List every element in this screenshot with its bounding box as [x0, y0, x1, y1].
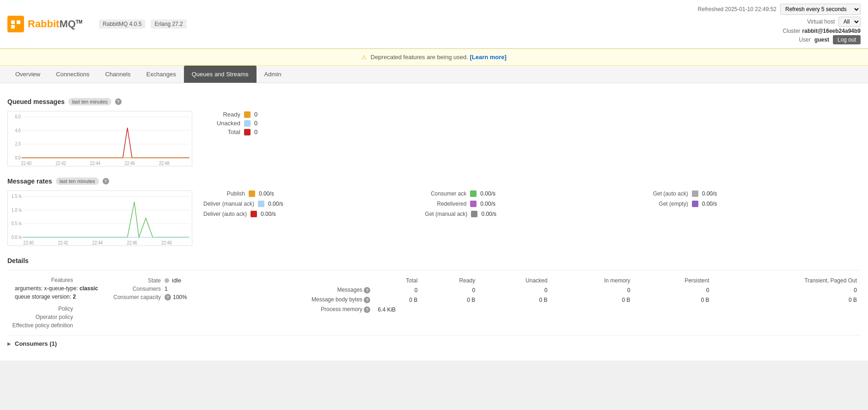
svg-text:4.0: 4.0: [15, 128, 21, 133]
message-rates-stats: Publish 0.00/s Deliver (manual ack) 0.00…: [203, 190, 861, 246]
process-memory-help[interactable]: ?: [364, 306, 370, 313]
svg-rect-0: [11, 20, 15, 24]
rabbitmq-version: RabbitMQ 4.0.5: [99, 19, 145, 29]
accordion-arrow-icon: ▶: [7, 341, 11, 346]
cluster-row: Cluster rabbit@16eeb24a94b9: [698, 28, 861, 34]
body-bytes-unacked: 0 B: [479, 295, 551, 305]
body-bytes-persistent: 0 B: [634, 295, 713, 305]
nav-overview[interactable]: Overview: [7, 66, 48, 83]
body-bytes-help[interactable]: ?: [364, 297, 370, 303]
header: RabbitRabbitMQMQTM RabbitMQ 4.0.5 Erlang…: [0, 0, 868, 49]
consumers-accordion[interactable]: ▶ Consumers (1): [7, 335, 861, 352]
process-memory-label: Process memory ?: [211, 305, 374, 314]
get-empty-color: [692, 201, 698, 207]
unacked-label: Unacked: [203, 120, 240, 127]
queued-messages-help[interactable]: ?: [115, 98, 122, 105]
features-storage: queue storage version: 2: [15, 294, 76, 300]
queued-messages-time-badge[interactable]: last ten minutes: [68, 98, 111, 105]
details-content: Features arguments: x-queue-type: classi…: [7, 270, 861, 330]
svg-text:22:46: 22:46: [127, 240, 137, 245]
get-auto-value: 0.00/s: [702, 190, 725, 197]
rates-col-2: Consumer ack 0.00/s Redelivered 0.00/s G…: [425, 190, 639, 217]
refresh-select[interactable]: Refresh every 5 seconds Refresh every 10…: [780, 4, 861, 15]
consumers-value: 1: [165, 286, 168, 292]
svg-text:22:44: 22:44: [92, 240, 103, 245]
consumer-capacity-help[interactable]: ?: [165, 294, 171, 300]
svg-text:1.5 /s: 1.5 /s: [12, 194, 22, 199]
get-empty-value: 0.00/s: [702, 201, 725, 207]
stats-col-ready: Ready: [421, 276, 479, 285]
svg-text:22:42: 22:42: [58, 240, 68, 245]
header-right: Refreshed 2025-01-10 22:49:52 Refresh ev…: [698, 4, 861, 44]
message-rates-help[interactable]: ?: [103, 178, 109, 184]
message-rates-title: Message rates: [7, 177, 52, 185]
refresh-row: Refreshed 2025-01-10 22:49:52 Refresh ev…: [698, 4, 861, 15]
consumer-ack-color: [470, 190, 477, 197]
vhost-label: Virtual host: [807, 18, 835, 25]
features-arguments: arguments: x-queue-type: classic: [15, 285, 98, 292]
vhost-select[interactable]: All /: [838, 17, 861, 27]
messages-row: Messages ? 0 0 0 0 0 0: [211, 285, 861, 295]
warning-text: Deprecated features are being used.: [371, 54, 468, 61]
user-label: User: [799, 37, 811, 43]
messages-ready: 0: [421, 285, 479, 295]
consumers-accordion-title: Consumers (1): [15, 340, 57, 347]
nav-admin[interactable]: Admin: [257, 66, 289, 83]
nav-exchanges[interactable]: Exchanges: [138, 66, 183, 83]
ready-value: 0: [254, 111, 257, 118]
policy-label: Policy: [7, 306, 77, 312]
cluster-value: rabbit@16eeb24a94b9: [802, 28, 861, 34]
main-content: Queued messages last ten minutes ? 6.0 4…: [0, 83, 868, 361]
state-text: idle: [172, 277, 181, 284]
state-row: State idle: [100, 276, 211, 285]
consumer-capacity-value: 100%: [173, 294, 187, 300]
total-color: [244, 129, 251, 135]
features-value-row: arguments: x-queue-type: classic queue s…: [7, 284, 100, 301]
nav-queues-streams[interactable]: Queues and Streams: [184, 66, 257, 83]
messages-help[interactable]: ?: [364, 287, 370, 294]
rate-get-empty: Get (empty) 0.00/s: [647, 201, 861, 207]
stats-col-in-memory: In memory: [551, 276, 634, 285]
rate-get-manual: Get (manual ack) 0.00/s: [425, 211, 639, 217]
queued-messages-stats: Ready 0 Unacked 0 Total 0: [203, 111, 861, 166]
queued-messages-title: Queued messages: [7, 98, 65, 105]
consumer-capacity-row: Consumer capacity ? 100%: [100, 293, 211, 301]
svg-rect-2: [11, 25, 15, 29]
svg-text:0.0: 0.0: [15, 155, 21, 160]
rate-deliver-manual: Deliver (manual ack) 0.00/s: [203, 201, 417, 207]
svg-text:1.0 /s: 1.0 /s: [12, 207, 22, 213]
user-value: guest: [814, 37, 829, 43]
svg-text:2.0: 2.0: [15, 141, 21, 147]
total-stat: Total 0: [203, 129, 861, 135]
publish-value: 0.00/s: [259, 190, 282, 197]
svg-text:0.5 /s: 0.5 /s: [12, 221, 22, 226]
messages-in-memory: 0: [551, 285, 634, 295]
consumers-row: Consumers 1: [100, 285, 211, 293]
svg-text:6.0: 6.0: [15, 114, 21, 120]
message-rates-time-badge[interactable]: last ten minutes: [56, 177, 99, 185]
queued-messages-stats-grid: Ready 0 Unacked 0 Total 0: [203, 111, 861, 135]
policy-row: Policy: [7, 305, 100, 313]
ready-color: [244, 111, 251, 118]
stats-col-transient: Transient, Paged Out: [713, 276, 861, 285]
nav-channels[interactable]: Channels: [97, 66, 138, 83]
deliver-auto-label: Deliver (auto ack): [203, 211, 247, 217]
warning-icon: ⚠: [361, 54, 367, 61]
total-label: Total: [203, 129, 240, 135]
refresh-label: Refreshed 2025-01-10 22:49:52: [698, 6, 776, 12]
warning-link[interactable]: [Learn more]: [470, 54, 506, 61]
cluster-label: Cluster: [783, 28, 801, 34]
rate-consumer-ack: Consumer ack 0.00/s: [425, 190, 639, 197]
total-value: 0: [254, 129, 257, 135]
state-value: idle: [165, 277, 181, 284]
logout-button[interactable]: Log out: [833, 35, 861, 44]
rate-redelivered: Redelivered 0.00/s: [425, 201, 639, 207]
erlang-version: Erlang 27.2: [151, 19, 186, 29]
nav-connections[interactable]: Connections: [48, 66, 97, 83]
stats-col-unacked: Unacked: [479, 276, 551, 285]
get-auto-label: Get (auto ack): [647, 190, 688, 197]
ready-stat: Ready 0: [203, 111, 861, 118]
state-consumers-col: State idle Consumers 1 Consumer capacity…: [100, 276, 211, 330]
body-bytes-row: Message body bytes ? 0 B 0 B 0 B 0 B 0 B…: [211, 295, 861, 305]
svg-rect-1: [17, 20, 20, 24]
